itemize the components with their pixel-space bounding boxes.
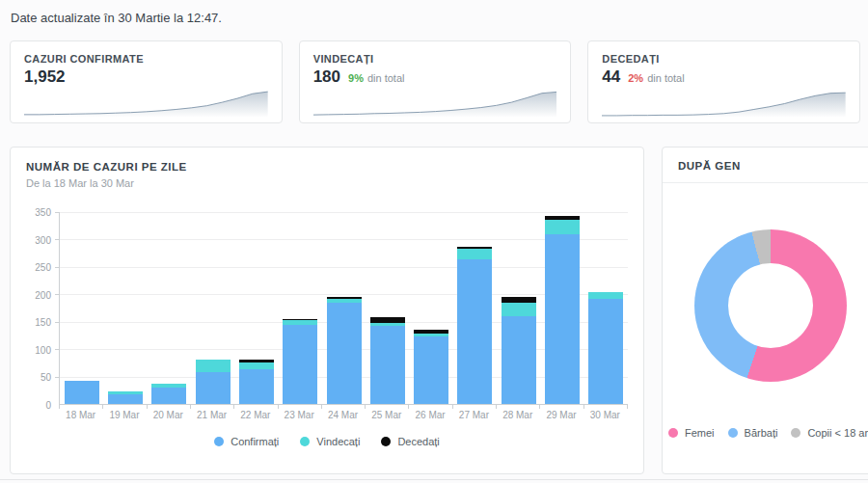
legend-dot-icon <box>214 437 224 446</box>
legend-dot-icon <box>791 428 800 438</box>
bar-segment-confirmați <box>239 369 274 404</box>
donut-chart-title: DUPĂ GEN <box>678 160 863 172</box>
x-tick <box>408 405 409 409</box>
card-deceased-title: DECEDAȚI <box>602 53 846 65</box>
bar-segment-confirmați <box>65 381 99 404</box>
y-axis-labels: 050100150200250300350 <box>26 212 59 405</box>
donut-legend-item-femei[interactable]: Femei <box>668 427 715 439</box>
recovered-sparkline-chart <box>313 89 557 118</box>
bar-22-mar <box>239 360 274 404</box>
bar-segment-confirmați <box>327 303 362 404</box>
bar-21-mar <box>196 360 231 404</box>
bottom-divider <box>0 479 868 480</box>
card-confirmed-title: CAZURI CONFIRMATE <box>24 53 268 65</box>
x-axis-tick-label: 21 Mar <box>190 410 233 420</box>
legend-item-label: Confirmați <box>231 436 279 447</box>
bar-plot-area <box>59 212 628 405</box>
bar-19-mar <box>108 391 143 404</box>
gridline-350 <box>60 212 628 213</box>
legend-item-decedați[interactable]: Decedați <box>381 436 439 447</box>
x-tick <box>452 405 453 409</box>
donut-legend-item-label: Femei <box>685 427 715 439</box>
y-axis-tick-label: 0 <box>45 400 51 411</box>
x-axis-tick-label: 30 Mar <box>583 410 627 420</box>
y-axis-tick-label: 150 <box>35 317 51 328</box>
bar-segment-vindecați <box>545 220 580 234</box>
bar-24-mar <box>327 297 362 404</box>
bar-30-mar <box>588 292 623 404</box>
summary-cards: CAZURI CONFIRMATE 1,952 VINDECAȚI 180 9%… <box>10 40 860 123</box>
bar-chart-subtitle: De la 18 Mar la 30 Mar <box>26 177 628 189</box>
gender-donut-chart <box>694 229 847 382</box>
y-tick <box>55 322 59 323</box>
bar-28-mar <box>502 297 536 404</box>
x-axis-tick-label: 24 Mar <box>321 410 365 420</box>
x-axis-tick-label: 19 Mar <box>102 410 146 420</box>
gridline-300 <box>60 239 628 240</box>
donut-legend-item-label: Bărbați <box>745 427 778 439</box>
bar-segment-vindecați <box>588 292 623 299</box>
y-tick <box>55 267 59 268</box>
y-axis-tick-label: 100 <box>35 344 51 355</box>
x-tick <box>627 405 628 409</box>
bar-27-mar <box>457 247 492 404</box>
legend-item-label: Decedați <box>397 436 439 447</box>
x-tick <box>496 405 497 409</box>
y-axis-tick-label: 350 <box>35 207 51 218</box>
donut-hole <box>728 263 813 348</box>
bar-chart-title: NUMĂR DE CAZURI PE ZILE <box>26 161 628 173</box>
x-axis-labels: 18 Mar19 Mar20 Mar21 Mar22 Mar23 Mar24 M… <box>59 405 628 424</box>
x-tick <box>190 405 191 409</box>
bar-segment-confirmați <box>545 234 580 404</box>
gridline-250 <box>60 267 628 268</box>
bar-segment-vindecați <box>239 362 274 369</box>
bar-segment-confirmați <box>457 259 492 404</box>
legend-item-vindecați[interactable]: Vindecați <box>300 436 360 447</box>
bar-segment-vindecați <box>502 303 536 316</box>
card-recovered-percent-suffix: din total <box>367 72 405 84</box>
bar-18-mar <box>65 381 99 404</box>
bar-segment-vindecați <box>196 360 231 372</box>
x-axis-tick-label: 27 Mar <box>452 410 496 420</box>
card-recovered: VINDECAȚI 180 9% din total <box>299 40 572 123</box>
x-tick <box>147 405 148 409</box>
bar-20-mar <box>151 384 186 404</box>
x-axis-tick-label: 23 Mar <box>278 410 321 420</box>
gender-panel-header: DUPĂ GEN <box>663 148 868 183</box>
legend-dot-icon <box>300 437 310 446</box>
y-tick <box>55 294 59 295</box>
bar-26-mar <box>414 330 448 404</box>
x-tick <box>539 405 540 409</box>
legend-dot-icon <box>381 437 391 446</box>
donut-legend-item-copii[interactable]: Copii < 18 ani <box>791 427 868 439</box>
card-recovered-value: 180 <box>313 67 340 87</box>
card-deceased-percent-suffix: din total <box>647 72 685 84</box>
bar-25-mar <box>370 317 405 404</box>
y-tick <box>55 349 59 350</box>
bar-segment-confirmați <box>283 325 317 404</box>
x-axis-tick-label: 20 Mar <box>147 410 190 420</box>
x-tick <box>59 405 60 409</box>
bar-segment-confirmați <box>196 372 231 404</box>
bar-segment-confirmați <box>108 394 143 404</box>
legend-item-confirmați[interactable]: Confirmați <box>214 436 279 447</box>
x-tick <box>102 405 103 409</box>
y-axis-tick-label: 50 <box>41 372 51 383</box>
donut-legend-item-label: Copii < 18 ani <box>807 427 868 439</box>
main-content: NUMĂR DE CAZURI PE ZILE De la 18 Mar la … <box>10 147 860 474</box>
deceased-sparkline-chart <box>602 89 846 118</box>
x-tick <box>583 405 584 409</box>
bar-segment-vindecați <box>457 249 492 258</box>
x-axis-tick-label: 22 Mar <box>233 410 277 420</box>
cases-per-day-panel: NUMĂR DE CAZURI PE ZILE De la 18 Mar la … <box>10 147 644 474</box>
legend-dot-icon <box>668 428 678 438</box>
updated-text: Date actualizate în 30 Martie la 12:47. <box>0 0 868 40</box>
x-axis-tick-label: 25 Mar <box>365 410 408 420</box>
y-tick <box>55 377 59 378</box>
x-tick <box>321 405 322 409</box>
y-axis-tick-label: 300 <box>35 234 51 245</box>
donut-legend-item-bărbați[interactable]: Bărbați <box>728 427 778 439</box>
x-axis-tick-label: 18 Mar <box>59 410 102 420</box>
card-recovered-title: VINDECAȚI <box>313 53 557 65</box>
x-tick <box>365 405 366 409</box>
